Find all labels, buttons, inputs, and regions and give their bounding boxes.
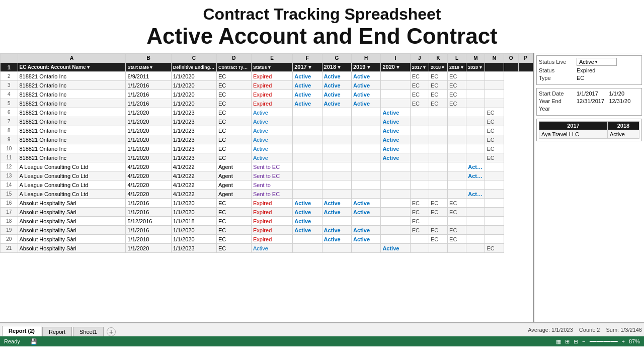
cell-d17[interactable]: EC <box>216 208 251 217</box>
cell-h12[interactable] <box>352 162 381 171</box>
cell-j8[interactable] <box>410 126 429 135</box>
cell-k17[interactable]: EC <box>429 208 447 217</box>
cell-g10[interactable] <box>322 144 351 153</box>
cell-n9[interactable]: EC <box>485 135 504 144</box>
cell-d6[interactable]: EC <box>216 108 251 117</box>
cell-i14[interactable] <box>381 180 410 190</box>
cell-h21[interactable] <box>352 244 381 253</box>
cell-n2[interactable] <box>485 72 504 81</box>
cell-g17[interactable]: Active <box>322 208 351 217</box>
cell-b12[interactable]: 4/1/2020 <box>126 162 171 171</box>
cell-h13[interactable] <box>352 171 381 180</box>
cell-b9[interactable]: 1/1/2020 <box>126 135 171 144</box>
cell-i3[interactable] <box>381 81 410 90</box>
cell-j7[interactable] <box>410 117 429 126</box>
cell-f6[interactable] <box>293 108 322 117</box>
data-grid[interactable]: A B C D E F G H I J K L M N O <box>0 53 533 253</box>
cell-k16[interactable]: EC <box>429 199 447 208</box>
cell-l4[interactable]: EC <box>448 90 466 99</box>
cell-i15[interactable] <box>381 190 410 199</box>
cell-b4[interactable]: 1/1/2016 <box>126 90 171 99</box>
cell-a4[interactable]: 818821 Ontario Inc <box>18 90 126 99</box>
cell-h16[interactable]: Active <box>352 199 381 208</box>
cell-f9[interactable] <box>293 135 322 144</box>
cell-h10[interactable] <box>352 144 381 153</box>
cell-c18[interactable]: 1/1/2018 <box>171 217 216 226</box>
cell-j12[interactable] <box>410 162 429 171</box>
cell-b19[interactable]: 1/1/2016 <box>126 226 171 235</box>
cell-g19[interactable]: Active <box>322 226 351 235</box>
cell-h7[interactable] <box>352 117 381 126</box>
cell-h8[interactable] <box>352 126 381 135</box>
cell-c7[interactable]: 1/1/2023 <box>171 117 216 126</box>
table-row[interactable]: 2818821 Ontario Inc6/9/20111/1/2020ECExp… <box>1 72 533 81</box>
cell-j14[interactable] <box>410 180 429 190</box>
cell-d19[interactable]: EC <box>216 226 251 235</box>
cell-f8[interactable] <box>293 126 322 135</box>
cell-e5[interactable]: Expired <box>251 99 292 108</box>
cell-k11[interactable] <box>429 153 447 162</box>
cell-l11[interactable] <box>448 153 466 162</box>
cell-b3[interactable]: 1/1/2016 <box>126 81 171 90</box>
cell-c17[interactable]: 1/1/2020 <box>171 208 216 217</box>
cell-d14[interactable]: Agent <box>216 180 251 190</box>
cell-k2[interactable]: EC <box>429 72 447 81</box>
cell-j19[interactable]: EC <box>410 226 429 235</box>
cell-a17[interactable]: Absolut Hospitality Sàrl <box>18 208 126 217</box>
cell-l7[interactable] <box>448 117 466 126</box>
cell-d9[interactable]: EC <box>216 135 251 144</box>
cell-e18[interactable]: Expired <box>251 217 292 226</box>
view-layout-icon[interactable]: ⊞ <box>565 338 570 345</box>
cell-f7[interactable] <box>293 117 322 126</box>
cell-b18[interactable]: 5/12/2016 <box>126 217 171 226</box>
cell-d3[interactable]: EC <box>216 81 251 90</box>
cell-n7[interactable]: EC <box>485 117 504 126</box>
cell-b2[interactable]: 6/9/2011 <box>126 72 171 81</box>
cell-e16[interactable]: Expired <box>251 199 292 208</box>
cell-a19[interactable]: Absolut Hospitality Sàrl <box>18 226 126 235</box>
table-row[interactable]: 6818821 Ontario Inc1/1/20201/1/2023ECAct… <box>1 108 533 117</box>
cell-m15[interactable]: Active <box>466 190 485 199</box>
cell-a6[interactable]: 818821 Ontario Inc <box>18 108 126 117</box>
cell-c3[interactable]: 1/1/2020 <box>171 81 216 90</box>
zoom-minus[interactable]: − <box>582 338 585 344</box>
cell-k8[interactable] <box>429 126 447 135</box>
cell-g7[interactable] <box>322 117 351 126</box>
cell-b7[interactable]: 1/1/2020 <box>126 117 171 126</box>
view-normal-icon[interactable]: ▦ <box>556 338 561 345</box>
cell-i4[interactable] <box>381 90 410 99</box>
table-row[interactable]: 18Absolut Hospitality Sàrl5/12/20161/1/2… <box>1 217 533 226</box>
table-row[interactable]: 21Absolut Hospitality Sàrl1/1/20201/1/20… <box>1 244 533 253</box>
cell-k20[interactable]: EC <box>429 235 447 244</box>
cell-e17[interactable]: Expired <box>251 208 292 217</box>
cell-d13[interactable]: Agent <box>216 171 251 180</box>
cell-n13[interactable] <box>485 171 504 180</box>
cell-k19[interactable]: EC <box>429 226 447 235</box>
cell-h18[interactable] <box>352 217 381 226</box>
cell-e10[interactable]: Active <box>251 144 292 153</box>
cell-h4[interactable]: Active <box>352 90 381 99</box>
cell-c19[interactable]: 1/1/2020 <box>171 226 216 235</box>
zoom-plus[interactable]: + <box>622 338 625 344</box>
cell-g18[interactable] <box>322 217 351 226</box>
cell-j10[interactable] <box>410 144 429 153</box>
cell-i20[interactable] <box>381 235 410 244</box>
table-row[interactable]: 14A League Consulting Co Ltd4/1/20204/1/… <box>1 180 533 190</box>
cell-i10[interactable]: Active <box>381 144 410 153</box>
cell-l16[interactable]: EC <box>448 199 466 208</box>
cell-j13[interactable] <box>410 171 429 180</box>
cell-e6[interactable]: Active <box>251 108 292 117</box>
cell-m20[interactable] <box>466 235 485 244</box>
cell-i9[interactable]: Active <box>381 135 410 144</box>
cell-i18[interactable] <box>381 217 410 226</box>
table-row[interactable]: 17Absolut Hospitality Sàrl1/1/20161/1/20… <box>1 208 533 217</box>
table-row[interactable]: 3818821 Ontario Inc1/1/20161/1/2020ECExp… <box>1 81 533 90</box>
cell-c15[interactable]: 4/1/2022 <box>171 190 216 199</box>
cell-l18[interactable] <box>448 217 466 226</box>
cell-l3[interactable]: EC <box>448 81 466 90</box>
cell-n11[interactable]: EC <box>485 153 504 162</box>
grid-body[interactable]: 2818821 Ontario Inc6/9/20111/1/2020ECExp… <box>1 72 533 253</box>
cell-m13[interactable]: Active <box>466 171 485 180</box>
cell-j2[interactable]: EC <box>410 72 429 81</box>
cell-c21[interactable]: 1/1/2023 <box>171 244 216 253</box>
